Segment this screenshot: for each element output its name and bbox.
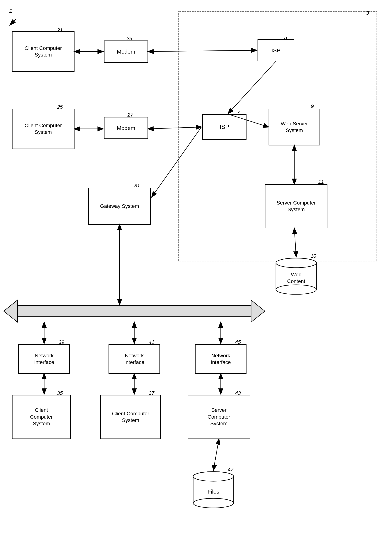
svg-point-2 xyxy=(276,285,316,294)
svg-point-6 xyxy=(193,498,234,508)
node-webserver9: Web ServerSystem xyxy=(269,109,320,146)
ref-47: 47 xyxy=(228,467,233,473)
ref-3: 3 xyxy=(366,10,369,16)
ref-7: 7 xyxy=(237,109,240,115)
svg-line-12 xyxy=(10,19,16,25)
node-isp5: ISP xyxy=(257,39,294,61)
node-client25: Client ComputerSystem xyxy=(12,109,75,149)
svg-line-32 xyxy=(213,439,219,470)
diagram: 1 3 Client ComputerSystem 21 Modem 23 IS… xyxy=(0,0,392,537)
ref-11: 11 xyxy=(318,179,324,185)
ref-33: 33 xyxy=(173,307,179,313)
node-gateway31: Gateway System xyxy=(88,188,151,225)
ref-27: 27 xyxy=(127,112,133,118)
node-files47: Files xyxy=(191,471,235,508)
svg-marker-25 xyxy=(251,300,265,322)
node-modem23: Modem xyxy=(104,41,148,63)
ref-10: 10 xyxy=(311,253,316,259)
node-netint45: NetworkInterface xyxy=(195,344,247,374)
node-netint39: NetworkInterface xyxy=(19,344,70,374)
ref-35: 35 xyxy=(57,390,63,396)
node-client35: ClientComputerSystem xyxy=(12,395,71,439)
ref-31: 31 xyxy=(134,183,140,189)
svg-point-7 xyxy=(193,472,234,481)
node-servercomp43: ServerComputerSystem xyxy=(188,395,250,439)
ref-25: 25 xyxy=(57,104,63,110)
svg-rect-23 xyxy=(18,306,251,317)
ref-1: 1 xyxy=(9,7,13,14)
node-netint41: NetworkInterface xyxy=(108,344,160,374)
node-client21: Client ComputerSystem xyxy=(12,31,75,72)
svg-marker-24 xyxy=(4,300,18,322)
ref-23: 23 xyxy=(126,36,132,41)
ref-5: 5 xyxy=(284,35,287,41)
node-servercomp11: Server ComputerSystem xyxy=(265,184,327,228)
node-isp7: ISP xyxy=(202,114,247,140)
node-client37: Client ComputerSystem xyxy=(100,395,161,439)
ref-41: 41 xyxy=(149,339,154,345)
ref-9: 9 xyxy=(311,104,314,109)
ref-39: 39 xyxy=(59,339,64,345)
ref-37: 37 xyxy=(149,390,154,396)
svg-point-3 xyxy=(276,258,316,268)
ref-45: 45 xyxy=(235,339,241,345)
ref-43: 43 xyxy=(235,390,241,396)
node-modem27: Modem xyxy=(104,117,148,139)
node-webcontent10: WebContent xyxy=(274,258,318,295)
ref-21: 21 xyxy=(57,27,63,33)
